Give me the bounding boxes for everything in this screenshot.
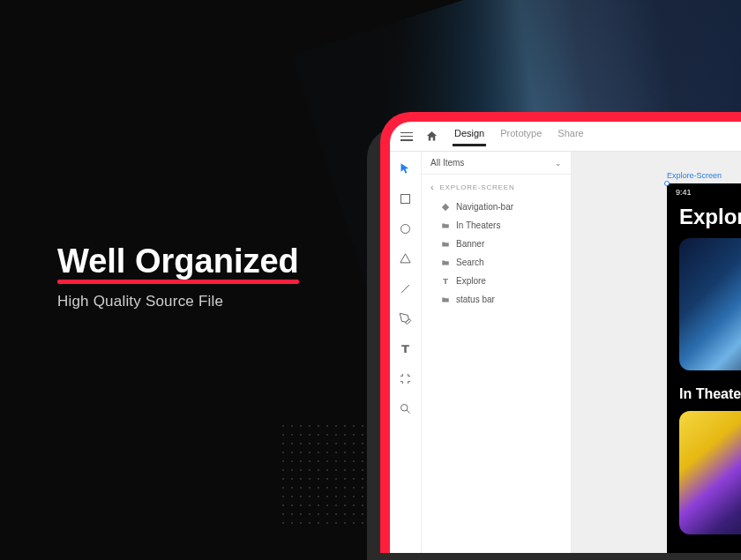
select-tool-icon[interactable] [398,161,414,176]
layer-item[interactable]: Navigation-bar [422,198,571,216]
layer-item[interactable]: Search [422,253,571,272]
selection-handle-icon[interactable] [664,181,670,186]
tab-share[interactable]: Share [558,128,583,146]
svg-rect-0 [401,194,410,203]
layer-label: Banner [456,239,484,249]
layer-item[interactable]: In Theaters [422,216,571,235]
breadcrumb-back-icon[interactable]: ‹ [430,182,434,192]
view-tabs: Design Prototype Share [454,128,584,146]
text-tool-icon[interactable] [398,340,414,356]
work-area: All Items ⌄ ‹ EXPLORE-SCREEN Navigation-… [390,152,741,553]
layer-label: Explore [456,276,486,286]
folder-icon [441,258,450,267]
mock-poster-row [667,238,741,370]
artboard[interactable]: 9:41 Explore In Theaters [667,183,741,553]
tab-design[interactable]: Design [454,128,484,146]
app-screen: Design Prototype Share [390,122,741,553]
layer-item[interactable]: status bar [422,290,571,309]
rectangle-tool-icon[interactable] [398,190,414,206]
mock-time: 9:41 [676,188,692,197]
layers-list: Navigation-barIn TheatersBannerSearchExp… [422,196,571,310]
breadcrumb-label: EXPLORE-SCREEN [439,183,514,191]
zoom-tool-icon[interactable] [398,400,414,416]
svg-point-1 [401,224,410,233]
pen-tool-icon[interactable] [398,310,414,326]
tab-prototype[interactable]: Prototype [500,128,542,146]
diamond-icon [441,203,450,212]
mock-section-title: In Theaters [667,370,741,411]
top-bar: Design Prototype Share [390,122,741,152]
line-tool-icon[interactable] [398,280,414,296]
tool-column [390,152,422,553]
chevron-down-icon: ⌄ [555,159,562,168]
folder-icon [441,221,450,230]
mock-page-title: Explore [667,201,741,238]
layer-label: Search [456,258,484,267]
promo-subhead: High Quality Source File [57,293,223,310]
layer-label: In Theaters [456,220,500,230]
svg-line-4 [407,410,409,413]
polygon-tool-icon[interactable] [398,250,414,266]
text-icon [441,277,450,286]
layers-filter-label: All Items [430,158,464,168]
layers-filter-dropdown[interactable]: All Items ⌄ [422,152,571,175]
breadcrumb: ‹ EXPLORE-SCREEN [422,175,571,196]
ellipse-tool-icon[interactable] [398,220,414,236]
layers-panel: All Items ⌄ ‹ EXPLORE-SCREEN Navigation-… [422,152,572,553]
artboard-label[interactable]: Explore-Screen [667,171,722,180]
mock-poster [679,411,741,534]
svg-point-3 [401,404,408,411]
artboard-tool-icon[interactable] [398,370,414,386]
mock-poster [679,238,741,370]
layer-item[interactable]: Explore [422,272,571,290]
mock-status-bar: 9:41 [667,183,741,201]
canvas[interactable]: Explore-Screen 9:41 Explore In Theaters [572,152,741,553]
folder-icon [441,240,450,249]
promo-headline: Well Organized [57,243,299,280]
folder-icon [441,295,450,304]
home-icon[interactable] [425,130,438,143]
menu-icon[interactable] [400,132,413,141]
layer-label: Navigation-bar [456,202,513,212]
layer-item[interactable]: Banner [422,235,571,253]
svg-line-2 [401,285,409,293]
layer-label: status bar [456,295,495,304]
device-frame: Design Prototype Share [380,112,741,553]
